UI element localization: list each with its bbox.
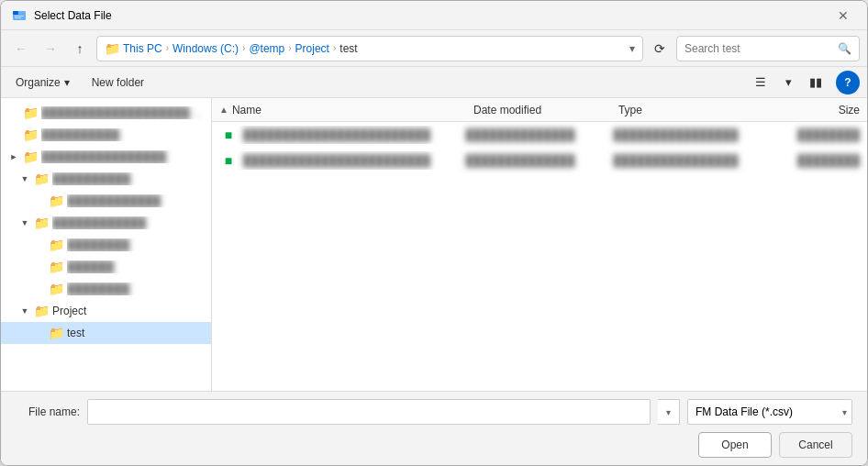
expand-icon-2: ► [8,151,19,162]
organize-chevron-icon: ▾ [64,76,70,89]
folder-icon-4: 📁 [49,194,63,207]
file-size-0: ████████ [762,128,860,141]
expand-icon-8 [34,283,45,294]
sidebar-item-1[interactable]: 📁 ██████████ [1,124,211,146]
sidebar-item-7[interactable]: 📁 ██████ [1,256,211,278]
sidebar: 📁 ████████████████████████ 📁 ██████████ … [1,98,212,391]
svg-rect-1 [13,11,18,15]
filename-label: File name: [16,405,80,418]
file-date-1: ██████████████ [465,154,613,167]
search-box: 🔍 [676,36,860,61]
search-input[interactable] [684,42,834,55]
close-button[interactable]: ✕ [830,3,856,28]
file-type-1: ████████████████ [614,154,762,167]
folder-icon-3: 📁 [34,172,49,185]
filetype-wrapper: FM Data File (*.csv) All Files (*.*) ▾ [687,399,852,425]
view-buttons: ☰ ▾ ▮▮ [748,71,829,94]
expand-icon-test [34,327,45,338]
file-name-text-0: ████████████████████████ [243,128,430,141]
sidebar-label-4: ████████████ [67,194,204,207]
folder-icon-test: 📁 [49,327,63,339]
breadcrumb-c-drive[interactable]: Windows (C:) [172,42,239,55]
forward-button[interactable]: → [38,36,63,61]
file-list: ▲ Name Date modified Type Size ■ ███████… [212,98,867,391]
filename-dropdown-btn[interactable]: ▾ [658,399,680,425]
sidebar-label-6: ████████ [67,239,204,251]
col-header-name[interactable]: Name [232,104,473,116]
select-data-file-dialog: Select Data File ✕ ← → ↑ 📁 This PC › Win… [0,0,868,466]
file-size-1: ████████ [762,154,860,167]
file-list-header: ▲ Name Date modified Type Size [212,98,867,122]
filename-row: File name: ▾ FM Data File (*.csv) All Fi… [16,399,852,425]
breadcrumb-dropdown-btn[interactable]: ▾ [629,42,635,55]
file-type-0: ████████████████ [614,128,762,141]
file-row-0[interactable]: ■ ████████████████████████ █████████████… [212,122,867,148]
breadcrumb-this-pc[interactable]: This PC [123,42,162,55]
view-dropdown-button[interactable]: ▾ [775,71,801,94]
dialog-title: Select Data File [34,9,112,22]
expand-icon-3: ▼ [19,173,30,184]
bottom-bar: File name: ▾ FM Data File (*.csv) All Fi… [1,391,867,465]
search-icon[interactable]: 🔍 [838,42,851,55]
col-header-size[interactable]: Size [763,104,860,116]
breadcrumb-current: test [339,42,357,55]
toolbar: Organize ▾ New folder ☰ ▾ ▮▮ ? [1,67,867,98]
sidebar-item-5[interactable]: ▼ 📁 ████████████ [1,212,211,234]
back-button[interactable]: ← [8,36,34,61]
open-button[interactable]: Open [698,432,772,458]
up-button[interactable]: ↑ [67,36,93,61]
sidebar-label-1: ██████████ [41,128,204,141]
sidebar-item-6[interactable]: 📁 ████████ [1,234,211,256]
sidebar-label-5: ████████████ [52,216,204,229]
main-content: 📁 ████████████████████████ 📁 ██████████ … [1,98,867,391]
sidebar-item-project[interactable]: ▼ 📁 Project [1,300,211,322]
file-row-1[interactable]: ■ ████████████████████████ █████████████… [212,148,867,173]
file-name-1: ■ ████████████████████████ [219,151,465,170]
col-header-type[interactable]: Type [618,104,763,116]
sidebar-label-0: ████████████████████████ [41,106,204,119]
sidebar-label-2: ████████████████ [41,150,204,163]
sidebar-label-3: ██████████ [52,172,204,185]
sort-up-icon[interactable]: ▲ [219,105,228,115]
sidebar-label-test: test [67,327,204,339]
sidebar-item-4[interactable]: 📁 ████████████ [1,190,211,212]
breadcrumb-project[interactable]: Project [295,42,329,55]
sidebar-item-3[interactable]: ▼ 📁 ██████████ [1,168,211,190]
view-details-button[interactable]: ▮▮ [803,71,829,94]
folder-icon-6: 📁 [49,239,63,251]
expand-icon-6 [34,239,45,250]
folder-icon-1: 📁 [23,128,38,141]
filename-input[interactable] [87,399,651,425]
col-header-date[interactable]: Date modified [473,104,618,116]
expand-icon-7 [34,261,45,272]
file-icon-1: ■ [219,151,238,170]
breadcrumb-temp[interactable]: @temp [249,42,284,55]
sidebar-item-2[interactable]: ► 📁 ████████████████ [1,146,211,168]
help-button[interactable]: ? [836,71,860,94]
folder-icon-5: 📁 [34,216,49,229]
path-folder-icon: 📁 [105,42,119,55]
sidebar-item-test[interactable]: 📁 test [1,322,211,344]
svg-rect-3 [15,17,21,18]
svg-rect-2 [15,16,24,17]
view-list-button[interactable]: ☰ [748,71,773,94]
sidebar-label-project: Project [52,305,204,317]
filetype-select[interactable]: FM Data File (*.csv) All Files (*.*) [687,399,852,425]
new-folder-button[interactable]: New folder [84,71,151,94]
file-date-0: ██████████████ [465,128,613,141]
refresh-button[interactable]: ⟳ [647,36,673,61]
nav-bar: ← → ↑ 📁 This PC › Windows (C:) › @temp ›… [1,30,867,67]
cancel-button[interactable]: Cancel [779,432,852,458]
sidebar-item-8[interactable]: 📁 ████████ [1,278,211,300]
action-row: Open Cancel [16,432,852,458]
file-name-0: ■ ████████████████████████ [219,126,465,144]
sidebar-label-8: ████████ [67,283,204,295]
title-bar-left: Select Data File [12,8,112,23]
new-folder-label: New folder [92,76,144,89]
expand-icon-project: ▼ [19,305,30,316]
organize-button[interactable]: Organize ▾ [8,71,77,94]
folder-icon-2: 📁 [23,150,38,163]
folder-icon-7: 📁 [49,261,63,273]
sidebar-label-7: ██████ [67,261,204,273]
sidebar-item-0[interactable]: 📁 ████████████████████████ [1,102,211,124]
